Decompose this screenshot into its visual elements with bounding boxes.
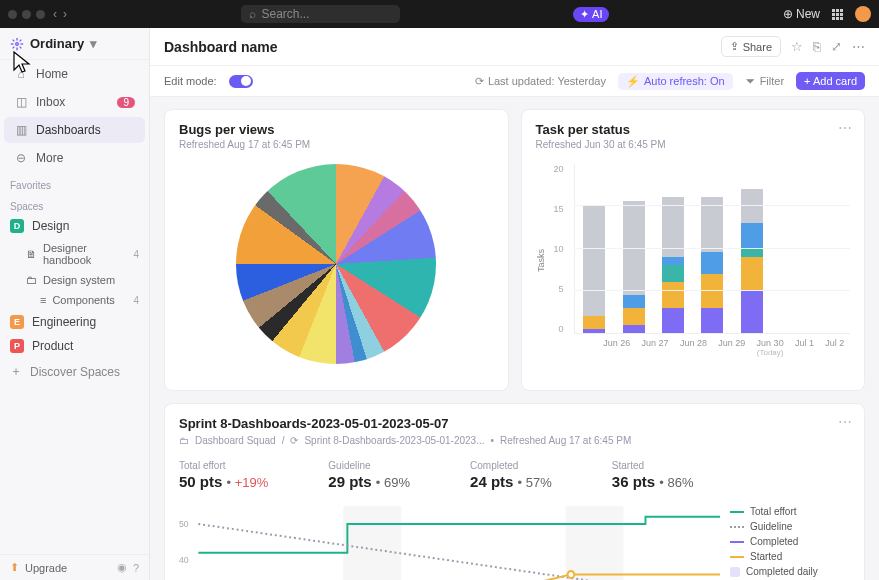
ai-button[interactable]: ✦ AI	[573, 7, 609, 22]
star-icon[interactable]: ☆	[791, 39, 803, 54]
card-title: Task per status	[536, 122, 851, 137]
help-icon[interactable]: ?	[133, 562, 139, 574]
sprint-icon: ⟳	[290, 435, 298, 446]
card-bugs-per-views: Bugs per views Refreshed Aug 17 at 6:45 …	[164, 109, 509, 391]
list-components[interactable]: ≡Components4	[0, 290, 149, 310]
sidebar-footer: ⬆ Upgrade ◉ ?	[0, 554, 149, 580]
last-updated[interactable]: ⟳Last updated: Yesterday	[475, 75, 606, 88]
breadcrumb: 🗀 Dashboard Squad / ⟳ Sprint 8-Dashboard…	[179, 435, 850, 446]
edit-mode-label: Edit mode:	[164, 75, 217, 87]
person-icon[interactable]: ◉	[117, 561, 127, 574]
inbox-icon: ◫	[14, 95, 28, 109]
sprint-line-chart: 504030	[179, 506, 720, 580]
page-title: Dashboard name	[164, 39, 278, 55]
svg-rect-12	[343, 506, 401, 580]
stat-started: Started 36 pts • 86%	[612, 460, 694, 490]
chart-legend: Total effort Guideline Completed Started…	[730, 506, 850, 580]
space-badge: D	[10, 219, 24, 233]
main-area: Dashboard name ⇪Share ☆ ⎘ ⤢ ⋯ Edit mode:…	[150, 28, 879, 580]
global-search[interactable]: ⌕ Search...	[241, 5, 400, 23]
new-button[interactable]: ⊕ New	[783, 7, 820, 21]
upgrade-button[interactable]: Upgrade	[25, 562, 67, 574]
sidebar: Ordinary ▾ ⌂Home ◫Inbox9 ▥Dashboards ⊖Mo…	[0, 28, 150, 580]
workspace-switcher[interactable]: Ordinary ▾	[0, 28, 149, 60]
svg-line-8	[20, 39, 22, 41]
dashboard-icon: ▥	[14, 123, 28, 137]
app-topbar: ‹ › ⌕ Search... ✦ AI ⊕ New	[0, 0, 879, 28]
refresh-icon: ⟳	[475, 75, 484, 88]
folder-design-system[interactable]: 🗀Design system	[0, 270, 149, 290]
sparkle-icon: ✦	[580, 8, 589, 21]
svg-line-7	[13, 46, 15, 48]
space-badge: E	[10, 315, 24, 329]
svg-line-6	[20, 46, 22, 48]
card-title: Bugs per views	[179, 122, 494, 137]
plus-circle-icon: ⊕	[783, 7, 793, 21]
stat-guideline: Guideline 29 pts • 69%	[328, 460, 410, 490]
workspace-icon	[10, 37, 24, 51]
lightning-icon: ⚡	[626, 75, 640, 88]
folder-icon: 🗀	[179, 435, 189, 446]
add-card-button[interactable]: + Add card	[796, 72, 865, 90]
pie-chart	[236, 164, 436, 364]
window-controls[interactable]	[8, 10, 45, 19]
svg-line-5	[13, 39, 15, 41]
svg-text:40: 40	[179, 555, 189, 565]
sidebar-item-more[interactable]: ⊖More	[4, 145, 145, 171]
nav-forward-icon[interactable]: ›	[63, 7, 67, 21]
user-avatar[interactable]	[855, 6, 871, 22]
document-icon: 🗎	[26, 248, 37, 260]
search-icon: ⌕	[249, 7, 256, 21]
folder-designer-handbook[interactable]: 🗎Designer handbook4	[0, 238, 149, 270]
space-product[interactable]: PProduct	[0, 334, 149, 358]
svg-point-14	[568, 571, 575, 578]
folder-icon: 🗀	[26, 274, 37, 286]
y-axis-label: Tasks	[536, 249, 546, 272]
auto-refresh[interactable]: ⚡Auto refresh: On	[618, 73, 733, 90]
chevron-down-icon: ▾	[90, 36, 97, 51]
space-engineering[interactable]: EEngineering	[0, 310, 149, 334]
svg-text:50: 50	[179, 519, 189, 529]
y-axis: 20151050	[554, 164, 568, 334]
more-menu-icon[interactable]: ⋯	[852, 39, 865, 54]
stat-completed: Completed 24 pts • 57%	[470, 460, 552, 490]
home-icon: ⌂	[14, 67, 28, 81]
space-design[interactable]: DDesign	[0, 214, 149, 238]
filter-icon: ⏷	[745, 75, 756, 87]
favorites-label: Favorites	[0, 172, 149, 193]
dashboard-toolbar: Edit mode: ⟳Last updated: Yesterday ⚡Aut…	[150, 66, 879, 97]
sidebar-item-dashboards[interactable]: ▥Dashboards	[4, 117, 145, 143]
spaces-label: Spaces	[0, 193, 149, 214]
upgrade-icon: ⬆	[10, 561, 19, 574]
card-menu-icon[interactable]: ⋯	[838, 414, 852, 430]
bar-chart-area	[574, 164, 850, 334]
card-sprint: Sprint 8-Dashboards-2023-05-01-2023-05-0…	[164, 403, 865, 580]
card-subtitle: Refreshed Aug 17 at 6:45 PM	[179, 139, 494, 150]
page-header: Dashboard name ⇪Share ☆ ⎘ ⤢ ⋯	[150, 28, 879, 66]
card-title: Sprint 8-Dashboards-2023-05-01-2023-05-0…	[179, 416, 850, 431]
stat-total-effort: Total effort 50 pts • +19%	[179, 460, 268, 490]
edit-mode-toggle[interactable]	[229, 75, 253, 88]
card-menu-icon[interactable]: ⋯	[838, 120, 852, 136]
filter-button[interactable]: ⏷Filter	[745, 75, 784, 87]
list-icon: ≡	[40, 294, 46, 306]
plus-icon: ＋	[10, 363, 22, 380]
card-task-per-status: Task per status Refreshed Jun 30 at 6:45…	[521, 109, 866, 391]
svg-point-0	[16, 42, 19, 45]
more-icon: ⊖	[14, 151, 28, 165]
inbox-badge: 9	[117, 97, 135, 108]
share-icon: ⇪	[730, 40, 739, 53]
space-badge: P	[10, 339, 24, 353]
search-placeholder: Search...	[262, 7, 310, 21]
apps-icon[interactable]	[832, 9, 843, 20]
expand-icon[interactable]: ⤢	[831, 39, 842, 54]
x-axis: Jun 26Jun 27Jun 28Jun 29Jun 30(Today)Jul…	[598, 338, 850, 357]
nav-back-icon[interactable]: ‹	[53, 7, 57, 21]
card-subtitle: Refreshed Jun 30 at 6:45 PM	[536, 139, 851, 150]
share-button[interactable]: ⇪Share	[721, 36, 781, 57]
discover-spaces[interactable]: ＋Discover Spaces	[0, 358, 149, 385]
sidebar-item-inbox[interactable]: ◫Inbox9	[4, 89, 145, 115]
svg-rect-13	[565, 506, 623, 580]
sidebar-item-home[interactable]: ⌂Home	[4, 61, 145, 87]
duplicate-icon[interactable]: ⎘	[813, 39, 821, 54]
